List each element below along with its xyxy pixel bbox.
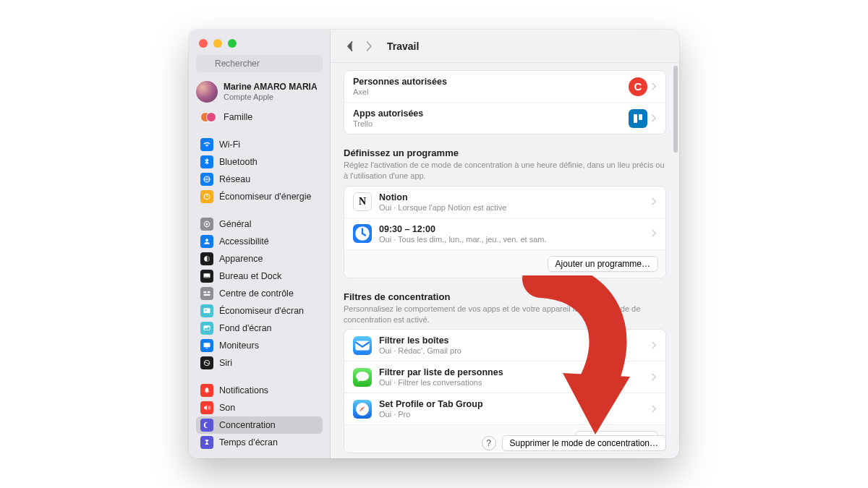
traffic-lights <box>189 30 330 55</box>
sidebar-item-label: Concentration <box>219 420 276 430</box>
add-schedule-button[interactable]: Ajouter un programme… <box>548 256 658 272</box>
screensaver-icon <box>200 304 213 317</box>
filter-row-safari[interactable]: Set Profile or Tab Group Oui · Pro <box>344 393 665 425</box>
sidebar-item-bell[interactable]: Notifications <box>196 382 323 399</box>
svg-rect-8 <box>204 291 207 293</box>
sidebar-item-label: Siri <box>219 358 232 368</box>
schedule-row-time[interactable]: 09:30 – 12:00 Oui · Tous les dim., lun.,… <box>344 218 665 250</box>
chevron-right-icon <box>652 227 657 240</box>
sidebar-item-label: Bureau et Dock <box>219 271 281 281</box>
close-window-button[interactable] <box>199 39 208 48</box>
sidebar-item-display[interactable]: Moniteurs <box>196 337 323 354</box>
schedule-desc: Réglez l'activation de ce mode de concen… <box>344 160 666 181</box>
help-button[interactable]: ? <box>482 436 496 450</box>
delete-focus-button[interactable]: Supprimer le mode de concentration… <box>502 435 666 451</box>
sidebar-item-hourglass[interactable]: Temps d'écran <box>196 434 323 451</box>
chevron-right-icon <box>365 41 373 51</box>
zoom-window-button[interactable] <box>228 39 237 48</box>
minimize-window-button[interactable] <box>213 39 222 48</box>
sidebar-item-label: Wi-Fi <box>219 140 240 150</box>
sidebar-item-control[interactable]: Centre de contrôle <box>196 285 323 302</box>
sidebar-item-wifi[interactable]: Wi-Fi <box>196 136 323 153</box>
chevron-left-icon <box>346 41 354 51</box>
sidebar-item-label: Famille <box>224 112 252 122</box>
avatar <box>196 81 218 103</box>
allowed-apps-row[interactable]: Apps autorisées Trello <box>344 103 665 134</box>
allowed-people-row[interactable]: Personnes autorisées Axel C <box>344 71 665 103</box>
chevron-right-icon <box>652 403 657 416</box>
display-icon <box>200 339 213 352</box>
schedule-box: N Notion Oui · Lorsque l'app Notion est … <box>344 186 666 278</box>
chevron-right-icon <box>652 371 657 384</box>
sound-icon <box>200 401 213 414</box>
chevron-right-icon <box>652 80 657 93</box>
account-row[interactable]: Marine AMARO MARIA Compte Apple <box>189 78 330 107</box>
row-title: Set Profile or Tab Group <box>379 399 652 409</box>
row-title: Personnes autorisées <box>353 77 629 87</box>
row-title: 09:30 – 12:00 <box>379 224 652 234</box>
scrollbar[interactable] <box>673 66 678 153</box>
main-panel: Travail Personnes autorisées Axel C Apps… <box>331 30 679 458</box>
sidebar-item-appearance[interactable]: Apparence <box>196 250 323 267</box>
row-title: Filtrer par liste de personnes <box>379 367 652 377</box>
filter-row-messages[interactable]: Filtrer par liste de personnes Oui · Fil… <box>344 361 665 393</box>
siri-icon <box>200 356 213 369</box>
back-button[interactable] <box>342 38 358 54</box>
row-sub: Oui · Rédac', Gmail pro <box>379 346 652 355</box>
svg-point-12 <box>205 309 206 311</box>
sidebar-item-power[interactable]: Économiseur d'énergie <box>196 188 323 205</box>
row-sub: Trello <box>353 119 629 128</box>
account-sub: Compte Apple <box>224 93 318 101</box>
toolbar: Travail <box>331 30 679 63</box>
row-title: Notion <box>379 192 652 202</box>
row-title: Filtrer les boîtes <box>379 335 652 346</box>
notion-icon: N <box>353 192 372 211</box>
sidebar-item-gear[interactable]: Général <box>196 215 323 233</box>
sidebar-item-family[interactable]: Famille <box>196 108 323 126</box>
sidebar-item-person[interactable]: Accessibilité <box>196 233 323 250</box>
filters-desc: Personnalisez le comportement de vos app… <box>344 304 666 325</box>
sidebar-item-label: Son <box>219 403 235 413</box>
svg-point-17 <box>206 392 208 393</box>
forward-button[interactable] <box>361 38 377 54</box>
hourglass-icon <box>200 436 213 449</box>
svg-rect-11 <box>204 308 210 313</box>
allowed-box: Personnes autorisées Axel C Apps autoris… <box>344 70 666 134</box>
svg-rect-22 <box>634 114 637 123</box>
trello-icon <box>629 109 647 128</box>
row-sub: Axel <box>353 87 629 96</box>
wifi-icon <box>200 138 213 151</box>
filters-header: Filtres de concentration <box>344 291 666 302</box>
schedule-row-notion[interactable]: N Notion Oui · Lorsque l'app Notion est … <box>344 187 665 218</box>
sidebar-item-label: Économiseur d'énergie <box>219 192 311 202</box>
dock-icon <box>200 270 213 283</box>
sidebar-item-bt[interactable]: Bluetooth <box>196 153 323 171</box>
sidebar-item-dock[interactable]: Bureau et Dock <box>196 267 323 285</box>
chevron-right-icon <box>652 112 657 125</box>
sidebar-item-globe[interactable]: Réseau <box>196 171 323 188</box>
svg-rect-9 <box>208 291 210 293</box>
schedule-header: Définissez un programme <box>344 147 666 158</box>
sidebar-item-label: Général <box>219 219 251 229</box>
bt-icon <box>200 155 213 168</box>
sidebar-item-moon[interactable]: Concentration <box>196 416 323 434</box>
mail-icon <box>353 336 372 355</box>
sidebar-item-sound[interactable]: Son <box>196 399 323 416</box>
filter-row-mail[interactable]: Filtrer les boîtes Oui · Rédac', Gmail p… <box>344 330 665 361</box>
search-box[interactable] <box>196 55 323 72</box>
sidebar-item-screensaver[interactable]: Économiseur d'écran <box>196 302 323 320</box>
svg-rect-23 <box>639 114 642 120</box>
sidebar-item-wallpaper[interactable]: Fond d'écran <box>196 320 323 337</box>
sidebar-item-label: Accessibilité <box>219 236 269 247</box>
globe-icon <box>200 173 213 186</box>
control-icon <box>200 287 213 300</box>
search-input[interactable] <box>196 55 323 72</box>
sidebar-item-siri[interactable]: Siri <box>196 354 323 372</box>
family-icon <box>200 111 218 124</box>
sidebar-item-label: Temps d'écran <box>219 437 278 448</box>
sidebar-item-label: Centre de contrôle <box>219 288 294 299</box>
sidebar-item-label: Apparence <box>219 254 263 264</box>
content-area: Personnes autorisées Axel C Apps autoris… <box>331 63 679 458</box>
person-icon <box>200 235 213 248</box>
settings-window: Marine AMARO MARIA Compte Apple Famille … <box>189 30 679 458</box>
